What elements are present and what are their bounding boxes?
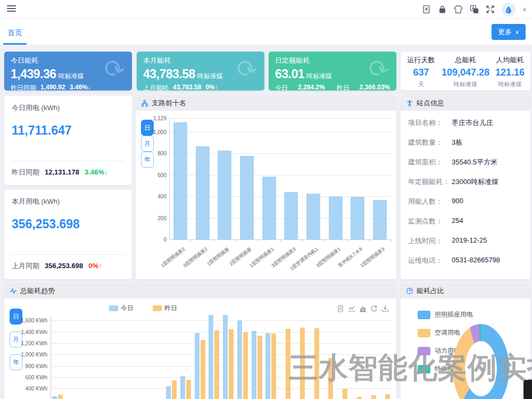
branch-bar — [284, 192, 298, 239]
floating-corner-widget[interactable] — [523, 380, 532, 399]
compare-value: 356,253.698 — [45, 262, 83, 270]
y-axis-tick: 1,600 KWh — [15, 318, 47, 323]
site-info-value: 35540.5平方米 — [452, 157, 497, 167]
ratio-panel-title: 能耗占比 — [417, 286, 444, 296]
ratio-legend-照明插座用电[interactable]: 照明插座用电 — [418, 310, 473, 319]
trend-chart[interactable]: 400 KWh600 KWh800 KWh1,000 KWh1,200 KWh1… — [4, 284, 396, 399]
y-axis-line — [169, 118, 170, 239]
kpi-per-capita-energy: 人均能耗 121.16 吨标准煤 — [489, 52, 530, 90]
y-axis-tick: 600 KWh — [15, 375, 47, 380]
gridline — [169, 132, 391, 132]
kpi-label: 人均能耗 — [489, 55, 530, 65]
trend-bar-今日 — [52, 396, 57, 399]
branch-top10-panel: 支路前十名 日月年 02004006008001,0001,1291层照明插座2… — [136, 96, 396, 279]
x-axis-tickmark — [369, 239, 369, 242]
theme-icon[interactable] — [454, 5, 463, 14]
x-axis-tickmark — [302, 239, 303, 242]
month-electricity-card: 本月用电 (kWh) 356,253.698 上月同期 356,253.698 … — [4, 189, 132, 279]
site-info-value: 254 — [452, 217, 463, 226]
lock-icon[interactable] — [438, 5, 447, 14]
gridline — [51, 343, 392, 344]
card-unit: 吨标准煤 — [197, 72, 223, 80]
menu-icon[interactable] — [7, 5, 16, 13]
kpi-value: 121.16 — [489, 67, 530, 78]
x-axis-tickmark — [347, 239, 347, 242]
kpi-value: 109,047.28 — [442, 67, 489, 78]
site-info-label: 运维电话： — [408, 256, 452, 265]
site-info-label: 用能人数： — [408, 197, 452, 206]
x-axis-label: 室外机6.7.8.9 — [321, 246, 364, 279]
gridline — [51, 320, 392, 321]
trend-bar-昨日 — [371, 395, 376, 399]
x-axis-label: 1层空调室内机1 — [277, 246, 320, 279]
card-value: 43,783.58 — [143, 67, 195, 81]
x-axis-label: 1层照明插座2 — [144, 246, 187, 279]
y-axis-tick: 200 — [136, 215, 167, 221]
usage-value: 356,253.698 — [12, 217, 80, 231]
more-chevron-icon: ∨ — [515, 29, 519, 36]
branch-bar — [373, 200, 387, 239]
x-axis-label: 1层照明插座1 — [232, 246, 276, 279]
ratio-legend-swatch — [418, 365, 430, 373]
site-info-value: 23000吨标准煤 — [452, 177, 498, 187]
x-axis-tickmark — [280, 239, 281, 242]
tab-active-underline — [3, 43, 27, 45]
card-today-energy: 今日能耗 1,439.36吨标准煤 昨日同期1,490.923.46%↓ ⟳ — [4, 52, 132, 90]
site-info-value: 2019-12-25 — [452, 236, 487, 246]
more-button-label: 更多 — [498, 27, 512, 37]
usage-title: 今日用电 (kWh) — [12, 103, 60, 113]
trend-bar-昨日 — [186, 380, 191, 399]
maintenance-icon[interactable] — [422, 5, 431, 14]
site-info-value: 枣庄市台儿庄 — [452, 118, 493, 128]
branch-bar — [351, 197, 364, 239]
site-info-label: 监测点数： — [408, 217, 452, 226]
site-info-row: 运维电话：0531-82665798 — [408, 256, 525, 265]
language-icon[interactable] — [470, 5, 479, 14]
x-axis-tickmark — [258, 239, 259, 242]
pie-chart-icon — [406, 287, 413, 295]
card-value: 1,439.36 — [11, 67, 56, 81]
trend-bar-昨日 — [58, 395, 63, 399]
card-quota-energy: 日定额能耗 63.01吨标准煤 今日占比:2,284.2%昨日占比:2,366.… — [269, 52, 396, 90]
ratio-legend-label: 照明插座用电 — [435, 310, 473, 319]
ratio-legend-空调用电[interactable]: 空调用电 — [418, 328, 460, 337]
y-axis-tick: 800 — [136, 151, 167, 156]
trend-bar-昨日 — [343, 389, 347, 399]
usage-title: 本月用电 (kWh) — [12, 197, 60, 206]
kpi-label: 运行天数 — [401, 55, 442, 65]
y-axis-tick: 1,000 — [136, 129, 167, 135]
ratio-legend-swatch — [418, 347, 430, 355]
gridline — [51, 388, 392, 389]
trend-bar-今日 — [265, 333, 270, 399]
gridline — [51, 377, 392, 378]
card-sub-label2: 昨日占比: — [337, 84, 355, 90]
trend-bar-今日 — [209, 315, 213, 399]
trend-bar-今日 — [195, 333, 200, 399]
x-axis-label: 3层照明插座1 — [299, 246, 342, 279]
x-axis-label: 1层照明插座3 — [344, 246, 387, 279]
card-sub-label: 上月能耗 — [143, 84, 169, 90]
trend-bar-昨日 — [328, 358, 333, 399]
card-sub-value2: 2,366.03% — [360, 84, 390, 90]
x-axis-tickmark — [325, 239, 325, 242]
more-button[interactable]: 更多 ∨ — [492, 24, 526, 40]
site-info-label: 建筑面积： — [408, 157, 452, 167]
card-value: 63.01 — [275, 67, 304, 81]
y-axis-tick: 0 — [136, 237, 167, 243]
chevron-down-icon[interactable]: ∨ — [522, 6, 527, 13]
app-logo-avatar[interactable] — [502, 3, 516, 16]
site-info-value: 3栋 — [452, 138, 462, 147]
branch-bar — [306, 194, 320, 239]
branch-bar — [196, 146, 210, 239]
fullscreen-icon[interactable] — [486, 5, 495, 14]
site-info-label: 建筑数量： — [408, 138, 452, 147]
tab-home[interactable]: 首页 — [7, 28, 22, 38]
site-info-row: 建筑数量：3栋 — [408, 138, 525, 147]
y-axis-line — [51, 317, 51, 399]
ratio-legend-label: 空调用电 — [435, 328, 460, 337]
usage-value: 11,711.647 — [12, 123, 72, 138]
gridline — [51, 366, 392, 367]
card-unit: 吨标准煤 — [59, 72, 84, 80]
energy-ratio-donut[interactable] — [453, 324, 509, 399]
branch-top10-chart[interactable]: 02004006008001,0001,1291层照明插座23层照明插座21层照… — [136, 96, 396, 279]
